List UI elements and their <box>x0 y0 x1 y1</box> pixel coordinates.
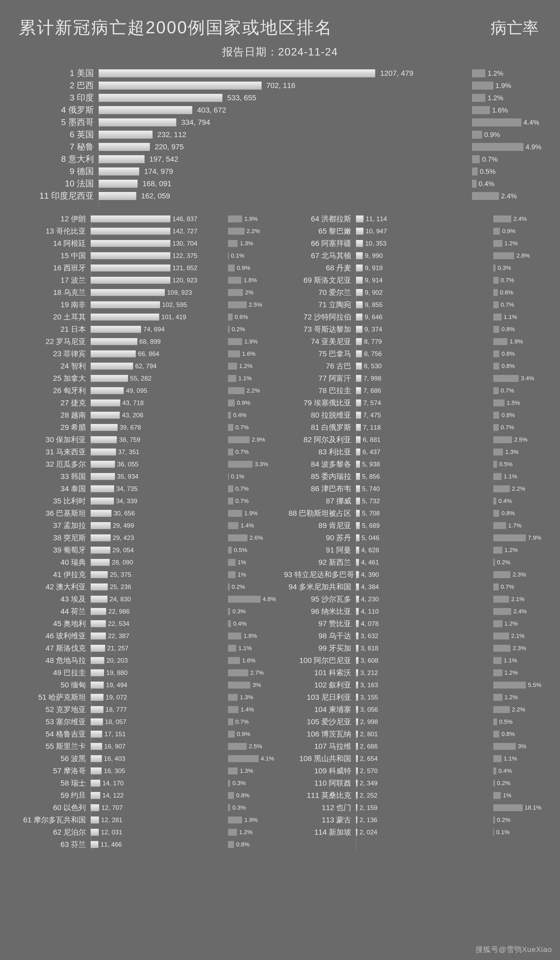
chart-row: 8 意大利197, 5420.7% <box>19 153 541 165</box>
value-label: 1207, 479 <box>380 69 413 78</box>
rate-cell: 0.3% <box>228 804 276 811</box>
chart-row: 104 柬埔寨3, 0562.2% <box>284 704 541 716</box>
rate-bar <box>493 400 504 406</box>
chart-row: 74 亚美尼亚8, 7791.9% <box>284 336 541 348</box>
rate-label: 0.7% <box>235 424 249 431</box>
rate-cell: 2.4% <box>493 216 541 222</box>
bar-cell: 16, 403 <box>91 755 197 762</box>
bar-cell: 28, 090 <box>91 559 197 566</box>
rate-cell: 0.7% <box>228 485 276 492</box>
bar <box>91 547 110 554</box>
value-label: 14, 122 <box>102 792 124 799</box>
rate-label: 0.7% <box>235 718 249 725</box>
rank-name: 13 哥伦比亚 <box>19 226 91 236</box>
bar-cell: 6, 881 <box>356 436 462 443</box>
bar <box>356 350 362 357</box>
bar-cell: 5, 046 <box>356 534 462 541</box>
value-label: 6, 881 <box>363 436 381 443</box>
rank-name: 8 意大利 <box>19 153 99 165</box>
rate-bar <box>228 841 234 848</box>
rate-cell: 1.9% <box>228 510 276 517</box>
bar-cell: 403, 672 <box>99 106 413 114</box>
rate-bar <box>493 375 519 382</box>
rate-label: 1.2% <box>504 669 518 676</box>
rate-cell: 2.3% <box>493 645 541 652</box>
bar-cell: 66, 864 <box>91 350 197 357</box>
bar-cell: 38, 759 <box>91 436 197 443</box>
rate-label: 0.6% <box>235 314 248 320</box>
rate-cell: 0.5% <box>472 168 541 176</box>
rank-name: 109 科威特 <box>284 766 356 776</box>
rank-name: 96 纳米比亚 <box>284 606 356 616</box>
value-label: 3, 155 <box>360 694 378 701</box>
chart-row: 41 伊拉克25, 3751% <box>19 568 276 581</box>
value-label: 232, 112 <box>157 130 186 139</box>
rate-cell: 0.8% <box>493 510 541 517</box>
bar-cell: 29, 423 <box>91 534 197 541</box>
bar-cell: 702, 116 <box>99 82 413 90</box>
rate-label: 1% <box>503 792 512 799</box>
rank-name: 78 巴拉圭 <box>284 386 356 396</box>
value-label: 9, 646 <box>365 313 382 321</box>
rate-cell: 2.2% <box>493 706 541 713</box>
rate-cell: 1.9% <box>228 338 276 345</box>
bar <box>356 485 360 492</box>
rank-name: 10 法国 <box>19 178 99 190</box>
chart-row: 107 马拉维2, 6863% <box>284 740 541 752</box>
value-label: 17, 151 <box>104 730 126 738</box>
value-label: 4, 230 <box>361 595 379 603</box>
rate-cell: 0.2% <box>493 559 541 566</box>
bar <box>356 412 361 419</box>
bar-cell: 3, 163 <box>356 682 462 688</box>
value-label: 2, 801 <box>360 730 378 738</box>
bar-cell: 3, 618 <box>356 645 462 652</box>
chart-row: 87 挪威5, 7320.4% <box>284 495 541 507</box>
rate-bar <box>228 780 230 787</box>
rank-name: 1 美国 <box>19 67 99 79</box>
bar <box>356 559 359 566</box>
rank-name: 23 菲律宾 <box>19 349 91 359</box>
chart-row: 114 新加坡2, 0240.1% <box>284 826 541 838</box>
rate-label: 2.2% <box>512 485 525 492</box>
rate-label: 0.8% <box>501 510 515 517</box>
rate-bar <box>493 277 499 284</box>
value-label: 18, 777 <box>106 706 127 713</box>
rate-label: 0.5% <box>499 718 512 725</box>
chart-row: 113 蒙古2, 1360.2% <box>284 814 541 826</box>
bar-cell: 146, 837 <box>91 216 197 222</box>
rate-bar <box>472 106 490 114</box>
bar <box>91 448 116 456</box>
rate-bar <box>228 326 230 333</box>
rate-label: 0.7% <box>482 155 498 163</box>
bar <box>91 326 141 333</box>
rank-name: 18 乌克兰 <box>19 288 91 298</box>
rate-label: 0.5% <box>234 547 247 554</box>
chart-row: 39 葡萄牙29, 0540.5% <box>19 544 276 556</box>
chart-row: 37 孟加拉29, 4991.4% <box>19 520 276 532</box>
rate-bar <box>493 645 510 652</box>
rank-name: 7 秘鲁 <box>19 141 99 153</box>
rate-label: 1.3% <box>240 768 253 774</box>
value-label: 25, 375 <box>110 571 131 578</box>
chart-row: 24 智利62, 7941.2% <box>19 360 276 372</box>
value-label: 11, 114 <box>366 215 387 222</box>
rank-name: 62 尼泊尔 <box>19 827 91 837</box>
rate-bar <box>493 301 499 308</box>
chart-row: 29 希腊39, 6780.7% <box>19 421 276 434</box>
rate-cell: 1.2% <box>472 94 541 102</box>
chart-row: 38 突尼斯29, 4232.6% <box>19 532 276 544</box>
rate-bar <box>493 816 495 824</box>
rank-name: 107 马拉维 <box>284 741 356 752</box>
bar-cell: 120, 923 <box>91 277 197 284</box>
value-label: 9, 919 <box>365 264 382 272</box>
rate-bar <box>493 547 502 554</box>
bar-cell: 9, 990 <box>356 252 462 259</box>
rate-bar <box>493 289 498 296</box>
rate-bar <box>228 669 248 676</box>
chart-row: 42 澳大利亚25, 2360.2% <box>19 581 276 593</box>
chart-row: 20 土耳其101, 4190.6% <box>19 311 276 323</box>
value-label: 102, 595 <box>162 301 187 309</box>
value-label: 9, 855 <box>365 301 382 309</box>
rate-bar <box>228 829 237 836</box>
rank-name: 20 土耳其 <box>19 312 91 322</box>
